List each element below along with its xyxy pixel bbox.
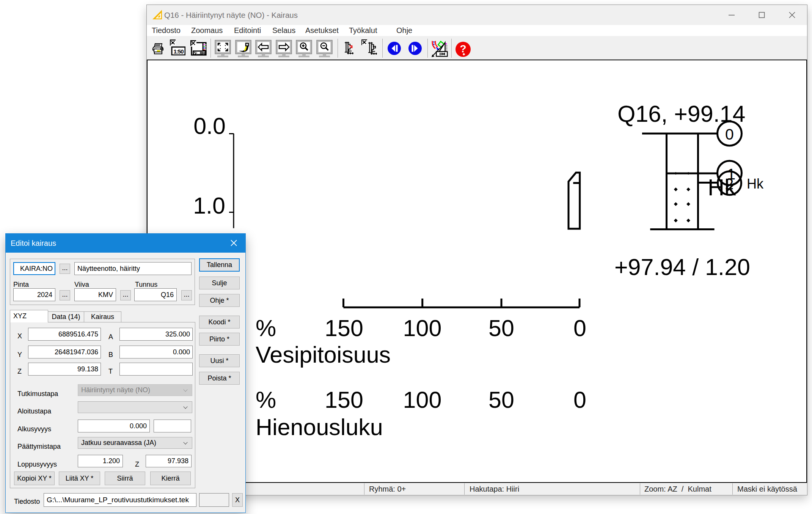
svg-text:50: 50	[488, 315, 514, 341]
svg-text:Vesipitoisuus: Vesipitoisuus	[256, 342, 391, 368]
svg-text:150: 150	[325, 387, 363, 413]
svg-text:150: 150	[325, 315, 363, 341]
svg-text:Hk: Hk	[747, 176, 764, 192]
svg-text:100: 100	[403, 315, 442, 341]
svg-text:0.0: 0.0	[193, 113, 226, 139]
svg-text:%: %	[256, 315, 276, 341]
svg-text:?: ?	[460, 43, 466, 55]
svg-text:100: 100	[403, 387, 442, 413]
svg-text:Hienousluku: Hienousluku	[256, 414, 383, 440]
svg-text:+97.94 / 1.20: +97.94 / 1.20	[614, 254, 750, 280]
svg-text:50: 50	[488, 387, 514, 413]
svg-text:0: 0	[573, 315, 586, 341]
svg-text:0: 0	[573, 387, 586, 413]
svg-text:%: %	[256, 387, 276, 413]
svg-text:Hk: Hk	[708, 174, 736, 200]
svg-text:0: 0	[725, 126, 734, 143]
svg-text:1:50: 1:50	[173, 48, 184, 55]
svg-text:Q16, +99.14: Q16, +99.14	[617, 101, 745, 127]
svg-text:1.0: 1.0	[193, 193, 225, 218]
